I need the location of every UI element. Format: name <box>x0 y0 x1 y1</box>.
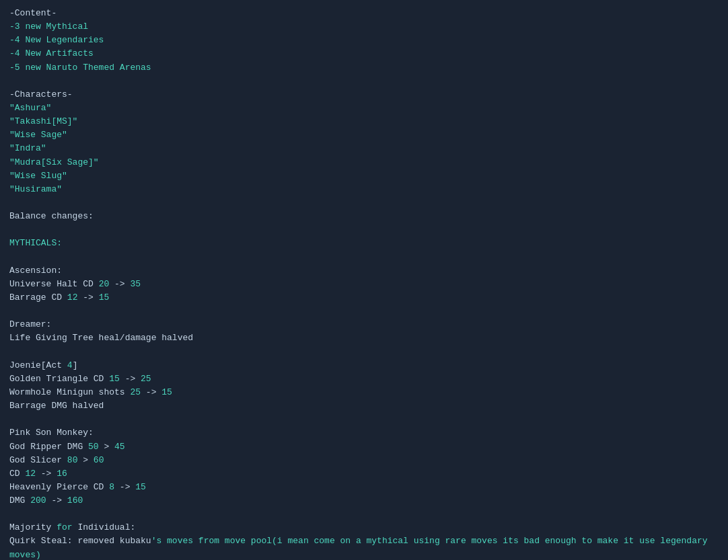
content-line-15: Balance changes: <box>9 210 719 223</box>
content-line-29: Barrage DMG halved <box>9 399 719 413</box>
content-line-27: Golden Triangle CD 15 -> 25 <box>9 372 719 386</box>
content-line-30 <box>9 413 719 426</box>
content-line-7: "Ashura" <box>9 102 719 115</box>
content-line-13: "Husirama" <box>9 183 719 196</box>
content-line-11: "Mudra[Six Sage]" <box>9 156 719 169</box>
content-line-26: Joenie[Act 4] <box>9 359 719 372</box>
content-line-18 <box>9 251 719 264</box>
content-line-12: "Wise Slug" <box>9 169 719 183</box>
content-line-38: Majority for Individual: <box>9 521 719 534</box>
content-line-6: -Characters- <box>9 88 719 102</box>
content-line-34: CD 12 -> 16 <box>9 467 719 481</box>
content-line-0: -Content- <box>9 7 719 20</box>
content-line-17: MYTHICALS: <box>9 237 719 250</box>
content-line-32: God Ripper DMG 50 > 45 <box>9 440 719 454</box>
content-line-22 <box>9 305 719 318</box>
content-line-19: Ascension: <box>9 264 719 278</box>
content-line-8: "Takashi[MS]" <box>9 115 719 128</box>
content-line-33: God Slicer 80 > 60 <box>9 454 719 467</box>
content-line-20: Universe Halt CD 20 -> 35 <box>9 278 719 291</box>
content-line-9: "Wise Sage" <box>9 128 719 142</box>
content-line-39: Quirk Steal: removed kubaku's moves from… <box>9 534 719 560</box>
content-line-1: -3 new Mythical <box>9 20 719 34</box>
content-line-10: "Indra" <box>9 142 719 155</box>
content-line-4: -5 new Naruto Themed Arenas <box>9 61 719 75</box>
content-line-21: Barrage CD 12 -> 15 <box>9 291 719 305</box>
content-line-14 <box>9 196 719 210</box>
content-line-36: DMG 200 -> 160 <box>9 494 719 508</box>
content-area: -Content--3 new Mythical-4 New Legendari… <box>9 7 719 560</box>
content-line-24: Life Giving Tree heal/damage halved <box>9 331 719 345</box>
content-line-37 <box>9 508 719 521</box>
content-line-5 <box>9 75 719 88</box>
content-line-3: -4 New Artifacts <box>9 47 719 61</box>
content-line-23: Dreamer: <box>9 318 719 331</box>
content-line-28: Wormhole Minigun shots 25 -> 15 <box>9 386 719 399</box>
content-line-2: -4 New Legendaries <box>9 34 719 47</box>
content-line-16 <box>9 223 719 237</box>
content-line-31: Pink Son Monkey: <box>9 426 719 440</box>
content-line-35: Heavenly Pierce CD 8 -> 15 <box>9 481 719 494</box>
content-line-25 <box>9 346 719 359</box>
